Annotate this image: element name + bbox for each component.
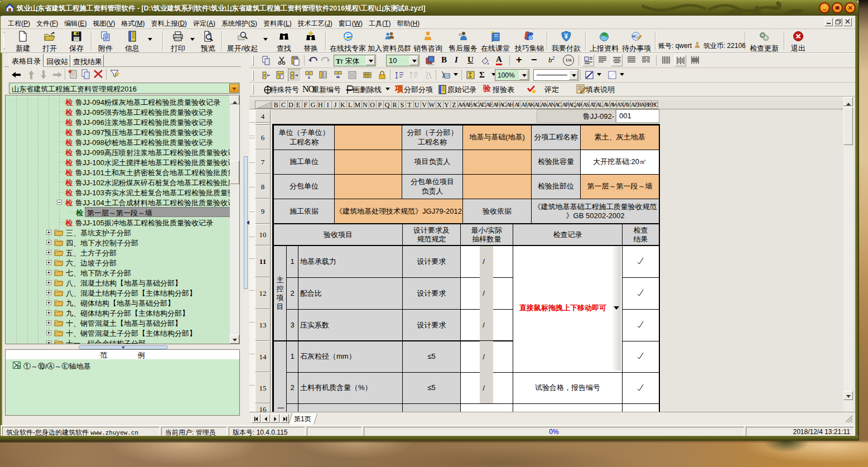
svg-text:DVD: DVD	[632, 35, 636, 37]
